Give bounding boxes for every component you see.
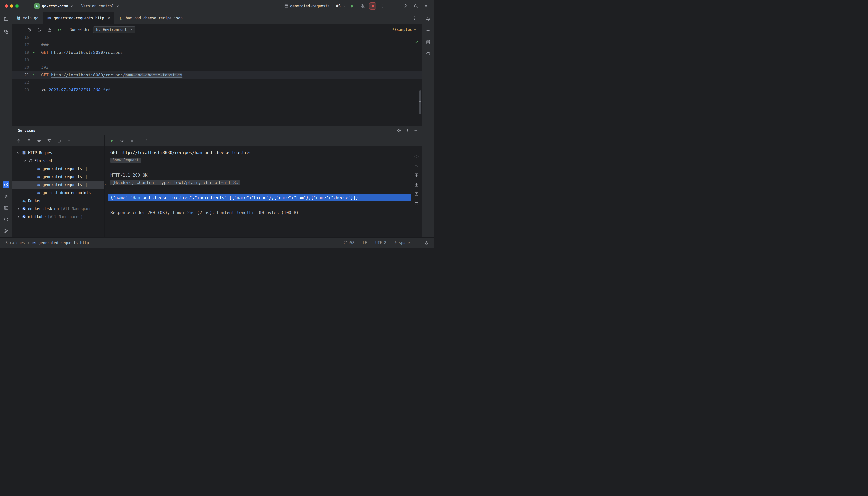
tree-item-http-request[interactable]: HTTP Request	[12, 149, 104, 157]
terminal-toolwindow-button[interactable]	[3, 204, 10, 211]
left-tool-strip	[0, 12, 12, 237]
structure-toolwindow-button[interactable]	[3, 29, 10, 35]
tree-item-finished[interactable]: Finished	[12, 157, 104, 165]
line-separator-widget[interactable]: LF	[363, 241, 367, 245]
services-header[interactable]: Services	[12, 126, 422, 135]
chevron-down-icon[interactable]	[16, 151, 20, 155]
request-history-button[interactable]	[26, 26, 33, 33]
title-bar: G go-rest-demo Version control generated…	[0, 0, 434, 12]
more-toolwindows-button[interactable]	[3, 42, 10, 48]
console-side-toolbar	[411, 146, 422, 237]
tree-item-minikube[interactable]: minikube [All Namespaces]	[12, 213, 104, 221]
tab-generated-requests-http[interactable]: generated-requests.http ×	[43, 12, 115, 24]
image-icon[interactable]	[413, 200, 420, 207]
view-options-button[interactable]	[36, 138, 42, 144]
copy-request-button[interactable]	[36, 26, 43, 33]
examples-dropdown[interactable]: *Examples	[392, 28, 418, 32]
sync-toolwindow-button[interactable]	[425, 50, 431, 57]
tree-item-docker[interactable]: Docker	[12, 197, 104, 205]
request-url-link[interactable]: http://localhost:8080/recipes	[51, 50, 123, 55]
soft-wrap-icon[interactable]	[413, 162, 420, 169]
request-url-link[interactable]: http://localhost:8080/recipes/	[51, 73, 125, 77]
services-tree[interactable]: HTTP Request Finished generated-requests…	[12, 146, 104, 237]
project-widget[interactable]: G go-rest-demo	[32, 2, 75, 10]
window-zoom-button[interactable]	[15, 4, 19, 7]
panel-options-icon[interactable]	[406, 128, 410, 133]
run-all-requests-button[interactable]	[56, 26, 63, 33]
database-toolwindow-button[interactable]	[425, 39, 431, 46]
target-icon[interactable]	[397, 128, 401, 133]
settings-button[interactable]	[422, 2, 430, 10]
add-request-button[interactable]	[15, 26, 23, 33]
editor-line-22: 22	[12, 79, 422, 86]
chevron-down-icon	[116, 4, 119, 8]
console-options-button[interactable]	[143, 138, 149, 144]
services-toolwindow-button[interactable]	[3, 181, 10, 188]
tab-main-go[interactable]: main.go	[12, 12, 43, 24]
caret-position-widget[interactable]: 21:58	[344, 241, 354, 245]
show-request-link[interactable]: Show Request	[110, 157, 141, 163]
chevron-down-icon[interactable]	[23, 159, 27, 162]
stop-request-button[interactable]	[129, 138, 135, 144]
burst-icon[interactable]	[119, 138, 125, 144]
tree-item-generated-requests-3-selected[interactable]: generated-requests |	[12, 181, 104, 189]
notifications-button[interactable]	[425, 15, 431, 22]
version-control-toolwindow-button[interactable]	[3, 228, 10, 234]
run-button[interactable]	[349, 2, 356, 10]
collapse-all-button[interactable]	[26, 138, 32, 144]
tree-item-generated-requests-2[interactable]: generated-requests |	[12, 173, 104, 181]
examples-label: *Examples	[392, 28, 412, 32]
debug-button[interactable]	[359, 2, 366, 10]
tree-item-go-rest-demo-endpoints[interactable]: go_rest_demo-endpoints	[12, 189, 104, 197]
chevron-right-icon[interactable]	[16, 215, 20, 218]
breadcrumb-file[interactable]: generated-requests.http	[39, 241, 89, 245]
indent-widget[interactable]: 0 space	[395, 241, 410, 245]
minimize-panel-icon[interactable]	[414, 128, 418, 133]
response-file-link[interactable]: 2023-07-24T232701.200.txt	[48, 88, 110, 92]
http-file-icon	[32, 241, 36, 245]
inspections-ok-icon[interactable]	[414, 40, 418, 45]
convert-curl-button[interactable]	[46, 26, 53, 33]
document-icon[interactable]	[413, 191, 420, 197]
chevron-right-icon[interactable]	[16, 207, 20, 211]
run-request-gutter-icon[interactable]	[32, 50, 35, 54]
rerun-request-button[interactable]	[108, 138, 115, 144]
request-url-highlighted-segment[interactable]: ham-and-cheese-toasties	[125, 73, 182, 77]
editor[interactable]: 16 17 ### 18 GEThttp://localhost:8080/re…	[12, 35, 422, 126]
scroll-to-top-icon[interactable]	[413, 172, 420, 178]
console-response-body-line-selected[interactable]: {"name":"Ham and cheese toasties","ingre…	[108, 194, 411, 201]
lock-icon[interactable]	[424, 241, 429, 245]
run-config-selector[interactable]: generated-requests | #3	[284, 4, 346, 8]
editor-line-17: 17 ###	[12, 41, 422, 49]
kubernetes-icon	[22, 207, 26, 211]
console-status-line: HTTP/1.1 200 OK	[108, 171, 411, 179]
add-service-button[interactable]	[66, 138, 73, 144]
tree-item-generated-requests-1[interactable]: generated-requests |	[12, 165, 104, 173]
more-actions-button[interactable]	[379, 2, 386, 10]
project-toolwindow-button[interactable]	[3, 15, 10, 22]
open-in-new-tab-button[interactable]	[56, 138, 62, 144]
tab-close-icon[interactable]: ×	[108, 16, 110, 20]
tree-item-docker-desktop[interactable]: docker-desktop [All Namespace	[12, 205, 104, 213]
filter-button[interactable]	[46, 138, 52, 144]
run-request-gutter-icon[interactable]	[32, 73, 35, 77]
eye-icon[interactable]	[413, 153, 420, 159]
response-console[interactable]: GET http://localhost:8080/recipes/ham-an…	[105, 146, 411, 237]
tab-options-button[interactable]	[411, 15, 418, 22]
folded-headers-region[interactable]: (Headers) …Content-Type: text/plain; cha…	[110, 180, 240, 185]
scroll-to-bottom-icon[interactable]	[413, 182, 420, 188]
window-minimize-button[interactable]	[10, 4, 13, 7]
environment-select[interactable]: No Environment	[93, 26, 135, 33]
ai-assistant-button[interactable]	[425, 27, 431, 34]
expand-all-button[interactable]	[15, 138, 22, 144]
window-close-button[interactable]	[5, 4, 8, 7]
run-toolwindow-button[interactable]	[3, 193, 10, 200]
stop-button[interactable]	[369, 2, 376, 10]
search-everywhere-button[interactable]	[412, 2, 420, 10]
breadcrumb-scratches[interactable]: Scratches	[5, 241, 25, 245]
vcs-widget[interactable]: Version control	[79, 3, 121, 10]
problems-toolwindow-button[interactable]	[3, 216, 10, 223]
user-account-button[interactable]	[402, 2, 409, 10]
tab-ham-and-cheese-recipe-json[interactable]: ham_and_cheese_recipe.json	[115, 12, 187, 24]
encoding-widget[interactable]: UTF-8	[376, 241, 386, 245]
